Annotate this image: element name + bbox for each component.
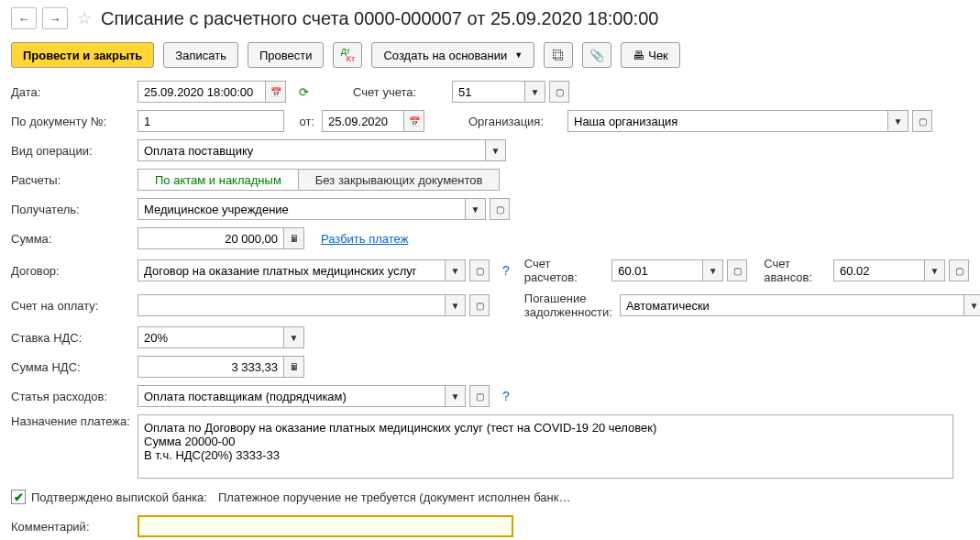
check-button[interactable]: 🖶Чек (621, 42, 680, 68)
confirmed-label: Подтверждено выпиской банка: (31, 490, 207, 504)
top-toolbar: ← → ☆ Списание с расчетного счета 0000-0… (11, 7, 969, 29)
vatsum-input[interactable] (138, 356, 284, 378)
page-title: Списание с расчетного счета 0000-000007 … (101, 8, 658, 29)
vatsum-label: Сумма НДС: (11, 360, 130, 374)
open-icon[interactable]: ▢ (469, 259, 490, 281)
dropdown-icon[interactable]: ▼ (466, 198, 486, 220)
attachment-button[interactable]: 📎 (582, 42, 611, 68)
comment-label: Комментарий: (11, 520, 130, 534)
docnum-input[interactable] (138, 110, 284, 132)
invoice-input[interactable] (138, 294, 446, 316)
docdate-input[interactable] (322, 110, 404, 132)
open-icon[interactable]: ▢ (549, 81, 569, 103)
debt-input[interactable] (620, 294, 964, 316)
action-bar: Провести и закрыть Записать Провести ДтК… (11, 42, 969, 68)
recipient-label: Получатель: (11, 203, 130, 216)
confirmed-checkbox[interactable]: ✔ (11, 490, 26, 504)
sum-input[interactable] (138, 227, 284, 249)
split-payment-link[interactable]: Разбить платеж (321, 232, 408, 246)
optype-label: Вид операции: (11, 144, 130, 158)
favorite-icon[interactable]: ☆ (77, 8, 92, 28)
dropdown-icon[interactable]: ▼ (446, 385, 466, 407)
post-and-close-button[interactable]: Провести и закрыть (11, 42, 154, 68)
contract-input[interactable] (138, 259, 446, 281)
optype-input[interactable] (138, 139, 486, 161)
contract-label: Договор: (11, 264, 130, 278)
paperclip-icon: 📎 (589, 49, 604, 62)
open-icon[interactable]: ▢ (490, 198, 510, 220)
open-icon[interactable]: ▢ (469, 385, 490, 407)
dropdown-icon[interactable]: ▼ (446, 294, 466, 316)
sum-label: Сумма: (11, 232, 130, 246)
calc-toggle: По актам и накладным Без закрывающих док… (138, 169, 500, 191)
dropdown-icon[interactable]: ▼ (446, 259, 466, 281)
create-based-button[interactable]: Создать на основании▼ (371, 42, 534, 68)
recipient-input[interactable] (138, 198, 466, 220)
dropdown-icon[interactable]: ▼ (888, 110, 908, 132)
open-icon[interactable]: ▢ (912, 110, 932, 132)
refresh-icon[interactable]: ⟳ (299, 85, 309, 99)
dropdown-icon[interactable]: ▼ (486, 139, 506, 161)
org-label: Организация: (468, 115, 560, 128)
debt-label: Погашение задолженности: (524, 292, 612, 319)
toggle-by-acts[interactable]: По актам и накладным (138, 169, 299, 191)
open-icon[interactable]: ▢ (727, 259, 747, 281)
open-icon[interactable]: ▢ (949, 259, 969, 281)
vatrate-input[interactable] (138, 326, 284, 348)
account-input[interactable] (452, 81, 525, 103)
dropdown-icon[interactable]: ▼ (703, 259, 723, 281)
dropdown-icon[interactable]: ▼ (925, 259, 945, 281)
structure-button[interactable]: ⿻ (544, 42, 573, 68)
back-button[interactable]: ← (11, 7, 37, 29)
calculator-icon[interactable]: 🖩 (284, 356, 304, 378)
post-button[interactable]: Провести (248, 42, 325, 68)
purpose-label: Назначение платежа: (11, 414, 130, 428)
date-label: Дата: (11, 85, 130, 99)
comment-input[interactable] (138, 515, 513, 537)
open-icon[interactable]: ▢ (469, 294, 490, 316)
calc-label: Расчеты: (11, 173, 130, 187)
expense-input[interactable] (138, 385, 446, 407)
settleacc-input[interactable] (611, 259, 703, 281)
printer-icon: 🖶 (633, 49, 644, 62)
expense-label: Статья расходов: (11, 390, 130, 403)
bank-status-text: Платежное поручение не требуется (докуме… (218, 490, 570, 504)
settleacc-label: Счет расчетов: (524, 257, 604, 284)
calculator-icon[interactable]: 🖩 (284, 227, 304, 249)
advanceacc-input[interactable] (833, 259, 925, 281)
from-label: от: (292, 115, 314, 128)
purpose-textarea[interactable] (138, 414, 953, 479)
invoice-label: Счет на оплату: (11, 299, 130, 313)
vatrate-label: Ставка НДС: (11, 331, 130, 345)
account-label: Счет учета: (353, 85, 445, 99)
help-icon[interactable]: ? (502, 389, 510, 403)
dropdown-icon[interactable]: ▼ (964, 294, 980, 316)
advanceacc-label: Счет авансов: (764, 257, 826, 284)
date-input[interactable] (138, 81, 266, 103)
calendar-icon[interactable]: 📅 (266, 81, 286, 103)
calendar-icon[interactable]: 📅 (404, 110, 424, 132)
docnum-label: По документу №: (11, 115, 130, 128)
help-icon[interactable]: ? (502, 263, 510, 278)
toggle-no-docs[interactable]: Без закрывающих документов (299, 169, 501, 191)
org-input[interactable] (567, 110, 888, 132)
save-button[interactable]: Записать (163, 42, 238, 68)
forward-button[interactable]: → (42, 7, 68, 29)
dropdown-icon[interactable]: ▼ (284, 326, 304, 348)
dtkt-button[interactable]: ДтКт (333, 42, 362, 68)
dropdown-icon[interactable]: ▼ (525, 81, 545, 103)
